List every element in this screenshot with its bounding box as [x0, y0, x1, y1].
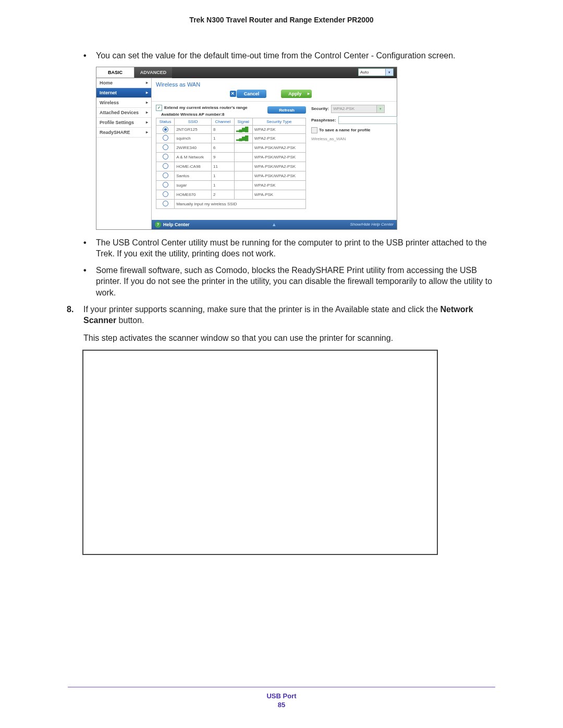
passphrase-input[interactable] [338, 116, 397, 124]
step-8: 8. If your printer supports scanning, ma… [68, 304, 495, 344]
table-row[interactable]: HOME-CA9811WPA-PSK/WPA2-PSK [156, 162, 306, 171]
ssid-cell: HOME-CA98 [175, 162, 212, 171]
radio-icon[interactable] [163, 154, 168, 159]
chevron-down-icon: ▾ [376, 105, 384, 113]
action-button-row: ✕Cancel Apply▸ [152, 89, 397, 102]
chevron-right-icon: ▸ [308, 91, 310, 96]
table-row[interactable]: squinch1▂▄▆█WPA2-PSK [156, 133, 306, 143]
security-dropdown-value: WPA2-PSK [333, 106, 354, 111]
question-icon: ? [155, 221, 161, 228]
sidebar-item-label: ReadySHARE [100, 130, 130, 135]
sidebar-item-wireless[interactable]: Wireless▸ [96, 98, 151, 108]
table-row[interactable]: 2WIRE3406WPA-PSK/WPA2-PSK [156, 143, 306, 152]
panel-title: Wireless as WAN [152, 78, 397, 89]
ap-count-label: Available Wireless AP number:8 [161, 112, 248, 117]
security-cell: WPA-PSK [252, 190, 305, 199]
sidebar-item-home[interactable]: Home▸ [96, 78, 151, 88]
sidebar-item-attached-devices[interactable]: Attached Devices▸ [96, 108, 151, 118]
sidebar-item-label: Profile Settings [100, 120, 134, 125]
security-cell: WPA-PSK/WPA2-PSK [252, 143, 305, 152]
sidebar-item-label: Wireless [100, 100, 119, 105]
table-row[interactable]: sugar1WPA2-PSK [156, 180, 306, 190]
security-cell: WPA-PSK/WPA2-PSK [252, 152, 305, 162]
sidebar: Home▸ Internet▸ Wireless▸ Attached Devic… [96, 78, 152, 229]
radio-icon[interactable] [163, 144, 168, 150]
radio-icon[interactable] [163, 201, 168, 206]
radio-icon[interactable] [163, 191, 168, 197]
chevron-right-icon: ▸ [146, 120, 148, 125]
ssid-cell: Santos [175, 171, 212, 180]
sidebar-item-internet[interactable]: Internet▸ [96, 88, 151, 98]
channel-cell: 9 [212, 152, 235, 162]
auto-dropdown[interactable]: Auto ▾ [358, 68, 394, 76]
chevron-right-icon: ▸ [146, 90, 148, 95]
col-signal: Signal [234, 118, 252, 125]
security-dropdown[interactable]: WPA2-PSK ▾ [331, 105, 385, 113]
chevron-down-icon: ▾ [385, 69, 393, 76]
security-cell: WPA2-PSK [252, 125, 305, 133]
sidebar-item-profile-settings[interactable]: Profile Settings▸ [96, 118, 151, 128]
radio-icon[interactable] [163, 135, 168, 141]
channel-cell: 1 [212, 180, 235, 190]
step-number: 8. [67, 304, 74, 315]
tab-advanced[interactable]: ADVANCED [134, 67, 172, 78]
ssid-cell: 2NTGR125 [175, 125, 212, 133]
table-row[interactable]: 2NTGR1258▂▄▆█WPA2-PSK [156, 125, 306, 133]
step-text-pre: If your printer supports scanning, make … [83, 305, 440, 314]
footer: USB Port 85 [0, 692, 563, 710]
channel-cell: 11 [212, 162, 235, 171]
tab-basic[interactable]: BASIC [96, 67, 134, 78]
help-bar[interactable]: ?Help Center ▴ Show/Hide Help Center [152, 220, 397, 229]
security-cell: WPA2-PSK [252, 133, 305, 143]
radio-icon[interactable] [163, 163, 168, 169]
refresh-button[interactable]: Refresh [267, 106, 306, 114]
ssid-cell: sugar [175, 180, 212, 190]
table-row[interactable]: HOME6702WPA-PSK [156, 190, 306, 199]
signal-icon: ▂▄▆█ [236, 135, 248, 141]
chevron-right-icon: ▸ [146, 80, 148, 85]
security-cell: WPA2-PSK [252, 180, 305, 190]
help-center-label: Help Center [163, 222, 190, 227]
footer-rule [68, 687, 495, 687]
sidebar-item-readyshare[interactable]: ReadySHARE▸ [96, 128, 151, 138]
security-cell: WPA-PSK/WPA2-PSK [252, 171, 305, 180]
wireless-ap-table: Status SSID Channel Signal Security Type… [156, 118, 306, 209]
ssid-cell: A & M Network [175, 152, 212, 162]
table-row[interactable]: Santos1WPA-PSK/WPA2-PSK [156, 171, 306, 180]
bullet-list-after: The USB Control Center utility must be r… [83, 237, 495, 299]
radio-icon[interactable] [163, 127, 168, 132]
router-ui-screenshot: BASIC ADVANCED Auto ▾ Home▸ Internet▸ Wi… [96, 67, 397, 230]
tab-bar: BASIC ADVANCED Auto ▾ [96, 67, 397, 78]
bullet-item: The USB Control Center utility must be r… [83, 237, 495, 260]
auto-dropdown-label: Auto [360, 70, 369, 75]
ssid-cell: squinch [175, 133, 212, 143]
apply-button[interactable]: Apply▸ [281, 90, 312, 98]
help-toggle-label[interactable]: Show/Hide Help Center [350, 222, 394, 227]
radio-icon[interactable] [163, 172, 168, 178]
channel-cell: 1 [212, 133, 235, 143]
save-profile-checkbox[interactable] [311, 127, 317, 133]
cancel-button[interactable]: ✕Cancel [237, 90, 267, 98]
bullet-list-before: You can set the value for the default ti… [83, 50, 495, 61]
sidebar-item-label: Internet [100, 90, 117, 95]
col-security: Security Type [252, 118, 305, 125]
chevron-right-icon: ▸ [146, 100, 148, 105]
extend-checkbox[interactable]: ✓ [156, 105, 162, 111]
channel-cell: 8 [212, 125, 235, 133]
radio-icon[interactable] [163, 182, 168, 188]
signal-icon: ▂▄▆█ [236, 127, 248, 132]
chevron-right-icon: ▸ [146, 110, 148, 115]
empty-image-placeholder [82, 350, 438, 555]
sidebar-item-label: Home [100, 80, 113, 85]
table-row-manual[interactable]: Manually input my wireless SSID [156, 199, 306, 208]
document-title: Trek N300 Travel Router and Range Extend… [68, 16, 495, 24]
table-row[interactable]: A & M Network9WPA-PSK/WPA2-PSK [156, 152, 306, 162]
ssid-cell: HOME670 [175, 190, 212, 199]
bullet-item: You can set the value for the default ti… [83, 50, 495, 61]
manual-ssid-label: Manually input my wireless SSID [175, 199, 306, 208]
security-cell: WPA-PSK/WPA2-PSK [252, 162, 305, 171]
col-ssid: SSID [175, 118, 212, 125]
security-label: Security: [311, 106, 329, 111]
ssid-cell: 2WIRE340 [175, 143, 212, 152]
step-text: If your printer supports scanning, make … [83, 305, 473, 325]
